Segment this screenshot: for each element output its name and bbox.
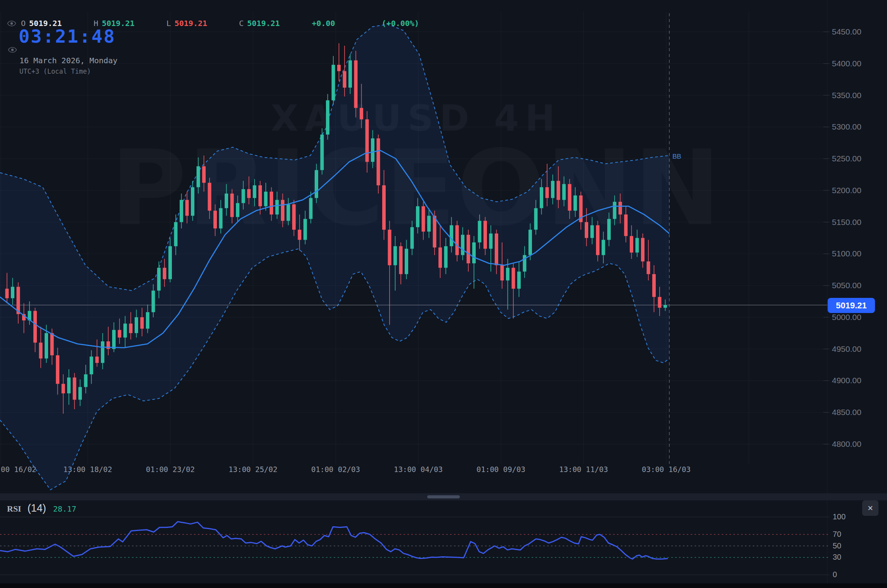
candle[interactable] xyxy=(78,387,82,400)
clock-visibility-eye-icon[interactable] xyxy=(8,47,17,53)
candle[interactable] xyxy=(101,341,104,363)
candle[interactable] xyxy=(444,246,448,268)
candle[interactable] xyxy=(11,287,14,298)
candle[interactable] xyxy=(174,222,178,246)
candle[interactable] xyxy=(422,206,425,232)
candle[interactable] xyxy=(602,240,605,255)
candle[interactable] xyxy=(613,202,617,219)
candle[interactable] xyxy=(647,261,650,274)
candle[interactable] xyxy=(573,195,577,211)
candle[interactable] xyxy=(624,214,628,236)
candle[interactable] xyxy=(489,233,493,249)
candle[interactable] xyxy=(197,166,200,187)
candle[interactable] xyxy=(377,138,380,185)
candle[interactable] xyxy=(354,61,358,108)
candle[interactable] xyxy=(275,200,279,214)
candle[interactable] xyxy=(225,194,228,208)
candle[interactable] xyxy=(320,135,324,170)
candle[interactable] xyxy=(641,238,644,262)
candle[interactable] xyxy=(382,185,386,230)
candle[interactable] xyxy=(62,384,65,394)
series-visibility-eye-icon[interactable] xyxy=(7,20,16,27)
candle[interactable] xyxy=(652,274,656,297)
candle[interactable] xyxy=(258,185,262,206)
candle[interactable] xyxy=(303,219,307,240)
candle[interactable] xyxy=(393,246,397,265)
candle[interactable] xyxy=(118,330,121,338)
candle[interactable] xyxy=(219,208,223,228)
candle[interactable] xyxy=(528,230,532,255)
candle[interactable] xyxy=(517,272,521,289)
candle[interactable] xyxy=(123,323,127,337)
candle[interactable] xyxy=(163,268,166,279)
candle[interactable] xyxy=(461,235,464,255)
rsi-close-button[interactable]: × xyxy=(862,500,878,516)
candle[interactable] xyxy=(264,192,268,206)
candle[interactable] xyxy=(287,204,290,221)
candle[interactable] xyxy=(5,289,9,298)
candle[interactable] xyxy=(568,184,572,211)
panel-divider[interactable] xyxy=(0,493,887,500)
candle[interactable] xyxy=(152,291,155,312)
candle[interactable] xyxy=(557,181,560,200)
candle[interactable] xyxy=(39,342,43,358)
candle[interactable] xyxy=(591,225,594,238)
candle[interactable] xyxy=(495,233,498,265)
divider-grip-handle[interactable] xyxy=(427,495,460,498)
candle[interactable] xyxy=(129,323,133,333)
candle[interactable] xyxy=(658,297,662,308)
candle[interactable] xyxy=(546,187,549,198)
candle[interactable] xyxy=(337,65,341,71)
candle[interactable] xyxy=(50,333,54,355)
candle[interactable] xyxy=(202,166,206,183)
candle[interactable] xyxy=(427,216,431,232)
candle[interactable] xyxy=(230,194,234,217)
candle[interactable] xyxy=(298,230,301,240)
candle[interactable] xyxy=(596,225,599,255)
candle[interactable] xyxy=(416,206,419,227)
candle[interactable] xyxy=(168,246,172,279)
candle[interactable] xyxy=(73,377,76,399)
candle[interactable] xyxy=(90,356,93,374)
candle[interactable] xyxy=(540,187,543,208)
candle[interactable] xyxy=(433,216,437,247)
candle[interactable] xyxy=(664,305,667,308)
candle[interactable] xyxy=(213,211,217,228)
candle[interactable] xyxy=(95,356,99,363)
candle[interactable] xyxy=(84,374,88,387)
candle[interactable] xyxy=(112,330,116,349)
candle[interactable] xyxy=(67,377,71,393)
candle[interactable] xyxy=(534,208,538,230)
candle[interactable] xyxy=(456,225,459,255)
candle[interactable] xyxy=(247,189,251,198)
candle[interactable] xyxy=(636,238,639,253)
candle[interactable] xyxy=(371,138,374,162)
candle[interactable] xyxy=(242,189,245,203)
candle[interactable] xyxy=(135,317,138,333)
candle[interactable] xyxy=(366,119,369,162)
candle[interactable] xyxy=(146,312,149,329)
candle[interactable] xyxy=(438,247,442,268)
candle[interactable] xyxy=(253,185,256,198)
candle[interactable] xyxy=(360,108,363,119)
candle[interactable] xyxy=(292,204,296,230)
candle[interactable] xyxy=(472,242,476,263)
candle[interactable] xyxy=(191,187,194,216)
candle[interactable] xyxy=(512,268,515,289)
candle[interactable] xyxy=(45,333,48,358)
candle[interactable] xyxy=(607,219,611,240)
candle[interactable] xyxy=(450,225,453,246)
candle[interactable] xyxy=(348,61,352,88)
candle[interactable] xyxy=(478,221,482,242)
candle[interactable] xyxy=(33,311,37,343)
candle[interactable] xyxy=(630,236,633,253)
candle[interactable] xyxy=(506,268,509,280)
candle[interactable] xyxy=(332,65,335,100)
candle[interactable] xyxy=(343,71,346,88)
candle[interactable] xyxy=(281,200,284,221)
candle[interactable] xyxy=(180,200,183,222)
candle[interactable] xyxy=(157,268,161,291)
candle[interactable] xyxy=(551,181,554,198)
candle[interactable] xyxy=(585,222,588,238)
candle[interactable] xyxy=(501,265,504,280)
